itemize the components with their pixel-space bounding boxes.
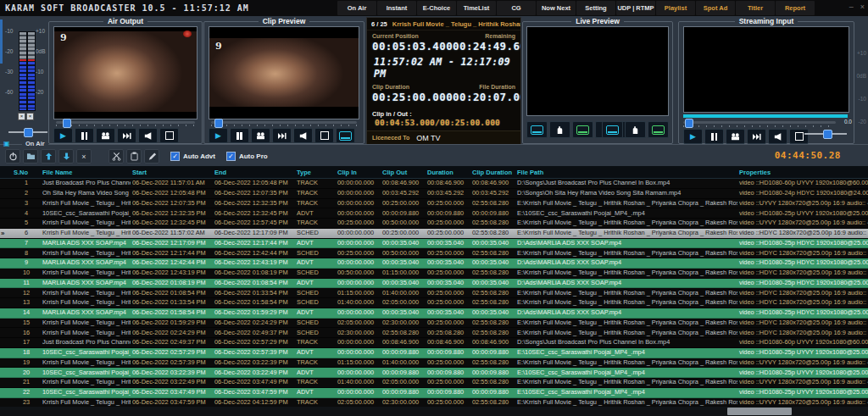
pause-button[interactable] <box>230 128 249 143</box>
clip-preview-seek-thumb[interactable] <box>214 119 223 128</box>
audio-mute-button[interactable] <box>293 128 313 143</box>
streaming-volume-slider[interactable] <box>804 130 847 138</box>
column-header[interactable]: Properties <box>737 169 868 176</box>
table-row[interactable]: 16 Krrish Full Movie _ Telugu _ Hrithi..… <box>0 328 868 338</box>
menu-button[interactable]: Instant <box>377 1 416 15</box>
column-header[interactable]: File Name <box>41 169 131 176</box>
table-row[interactable]: 18 10SEC_csc_Saraswathi Poojai_MP4... 06… <box>0 348 868 358</box>
play-button[interactable]: ▶ <box>209 128 228 143</box>
delete-item-button[interactable]: × <box>76 149 92 164</box>
record-button[interactable] <box>726 129 745 144</box>
menu-button[interactable]: E-Choice <box>417 1 456 15</box>
menu-button[interactable]: TimeList <box>457 1 496 15</box>
play-button[interactable]: ▶ <box>53 128 73 143</box>
move-down-button[interactable] <box>58 149 74 164</box>
cell-type: ADVT <box>295 388 336 397</box>
minimize-button[interactable]: – <box>849 3 854 11</box>
column-header[interactable]: Duration <box>426 169 470 176</box>
play-button[interactable]: ▶ <box>683 129 703 144</box>
menu-button[interactable]: Setting <box>576 1 615 15</box>
table-row[interactable]: 22 10SEC_csc_Saraswathi Poojai_MP4... 06… <box>0 388 868 398</box>
pause-button[interactable] <box>704 129 724 144</box>
streaming-seek-thumb[interactable] <box>685 119 693 128</box>
streaming-input-panel: Streaming Input 0.0 ▶ <box>678 21 854 144</box>
table-row[interactable]: 2 Oh Sita Hey Rama Video Song Sit... 06-… <box>0 189 868 199</box>
horizontal-scrollbar[interactable] <box>0 407 868 416</box>
column-header[interactable]: Type <box>295 169 336 176</box>
menu-button[interactable]: UDP | RTMP <box>616 1 655 15</box>
column-header[interactable]: Start <box>131 169 213 176</box>
table-row[interactable]: 10 Krrish Full Movie _ Telugu _ Hrithi..… <box>0 269 868 279</box>
table-row[interactable]: 15 Krrish Full Movie _ Telugu _ Hrithi..… <box>0 319 868 329</box>
menu-button[interactable]: Spot Ad <box>696 1 735 15</box>
output-4-button[interactable] <box>648 121 669 138</box>
master-volume-slider[interactable] <box>8 128 47 136</box>
volume-slider-thumb[interactable] <box>24 128 33 137</box>
auto-advt-checkbox[interactable]: ✓ <box>170 152 180 161</box>
air-output-seek-thumb[interactable] <box>63 119 71 128</box>
refresh-button[interactable] <box>5 149 20 164</box>
edit-button[interactable] <box>144 149 159 164</box>
cell-clip-out: 00:00:09.880 <box>381 369 426 377</box>
paste-button[interactable] <box>126 149 142 164</box>
skip-next-button[interactable] <box>747 129 766 144</box>
skip-next-button[interactable] <box>117 128 136 143</box>
table-row[interactable]: 1 Just Broadcast Pro Plus Channel I... 0… <box>0 179 868 189</box>
cell-file-name: 10SEC_csc_Saraswathi Poojai_MP4... <box>41 209 131 218</box>
volume-slider-thumb[interactable] <box>823 130 832 139</box>
table-row[interactable]: 8 Krrish Full Movie _ Telugu _ Hrithi...… <box>0 248 868 258</box>
record-button[interactable] <box>96 128 115 143</box>
table-row[interactable]: 5 Krrish Full Movie _ Telugu _ Hrithi...… <box>0 219 868 229</box>
table-row[interactable]: 4 10SEC_csc_Saraswathi Poojai_MP4... 06-… <box>0 208 868 219</box>
table-row[interactable]: 20 10SEC_csc_Saraswathi Poojai_MP4... 06… <box>0 368 868 378</box>
column-header[interactable]: Clip Out <box>381 169 426 176</box>
auto-pro-checkbox[interactable]: ✓ <box>226 152 236 161</box>
column-header[interactable]: Clip In <box>336 169 381 176</box>
cut-button[interactable] <box>108 149 124 164</box>
output-2-button[interactable] <box>572 121 593 138</box>
table-row[interactable]: 13 Krrish Full Movie _ Telugu _ Hrithi..… <box>0 298 868 308</box>
move-up-button[interactable] <box>41 149 56 164</box>
menu-button[interactable]: Titler <box>736 1 775 15</box>
pause-button[interactable] <box>75 128 94 143</box>
table-row[interactable]: 17 Just Broadcast Pro Plus Channel I... … <box>0 338 868 348</box>
column-header[interactable]: Clip Duration <box>470 169 515 176</box>
manual-take-button[interactable] <box>549 121 570 138</box>
table-row[interactable]: 21 Krrish Full Movie _ Telugu _ Hrithi..… <box>0 378 868 388</box>
meter-mute-checkbox-right[interactable]: × <box>26 113 34 120</box>
table-row[interactable]: 9 MARLIA ADS XXX SOAP.mp4 06-Dec-2022 12… <box>0 258 868 269</box>
stop-button[interactable] <box>314 128 334 143</box>
stop-button[interactable] <box>159 128 179 143</box>
scrollbar-thumb[interactable] <box>727 408 792 415</box>
column-header[interactable]: S.No <box>12 169 41 176</box>
open-playlist-button[interactable] <box>23 149 38 164</box>
table-row[interactable]: 3 Krrish Full Movie _ Telugu _ Hrithi...… <box>0 199 868 209</box>
column-header[interactable]: End <box>213 169 295 176</box>
column-header[interactable]: File Path <box>515 169 737 176</box>
audio-mute-button[interactable] <box>138 128 158 143</box>
table-row[interactable]: 11 MARLIA ADS XXX SOAP.mp4 06-Dec-2022 0… <box>0 279 868 289</box>
close-button[interactable]: × <box>860 3 865 11</box>
air-output-seekbar[interactable] <box>56 121 195 124</box>
table-row[interactable]: » 6 Krrish Full Movie _ Telugu _ Hrithi.… <box>0 229 868 239</box>
menu-button[interactable]: Playlist <box>656 1 695 15</box>
record-button[interactable] <box>251 128 270 143</box>
cell-properties: video ::UYVY 1280x720@25.00p 16:9 audio:… <box>737 358 868 367</box>
table-row[interactable]: 14 MARLIA ADS XXX SOAP.mp4 06-Dec-2022 0… <box>0 308 868 319</box>
clip-preview-seekbar[interactable] <box>211 121 357 124</box>
audio-mute-button[interactable] <box>768 129 787 144</box>
output-1-button[interactable] <box>526 121 548 138</box>
menu-button[interactable]: On Air <box>337 1 376 15</box>
menu-button[interactable]: Report <box>776 1 815 15</box>
menu-button[interactable]: Now Next <box>537 1 576 15</box>
table-row[interactable]: 19 Krrish Full Movie _ Telugu _ Hrithi..… <box>0 358 868 369</box>
streaming-seekbar[interactable] <box>683 121 836 124</box>
send-to-air-button[interactable] <box>336 128 355 143</box>
output-3-button[interactable] <box>602 121 623 138</box>
menu-button[interactable]: CG <box>497 1 536 15</box>
meter-mute-checkbox-left[interactable]: × <box>18 113 25 120</box>
table-row[interactable]: 12 Krrish Full Movie _ Telugu _ Hrithi..… <box>0 288 868 298</box>
manual-take-2-button[interactable] <box>625 121 646 138</box>
skip-next-button[interactable] <box>272 128 292 143</box>
table-row[interactable]: 7 MARLIA ADS XXX SOAP.mp4 06-Dec-2022 12… <box>0 239 868 249</box>
